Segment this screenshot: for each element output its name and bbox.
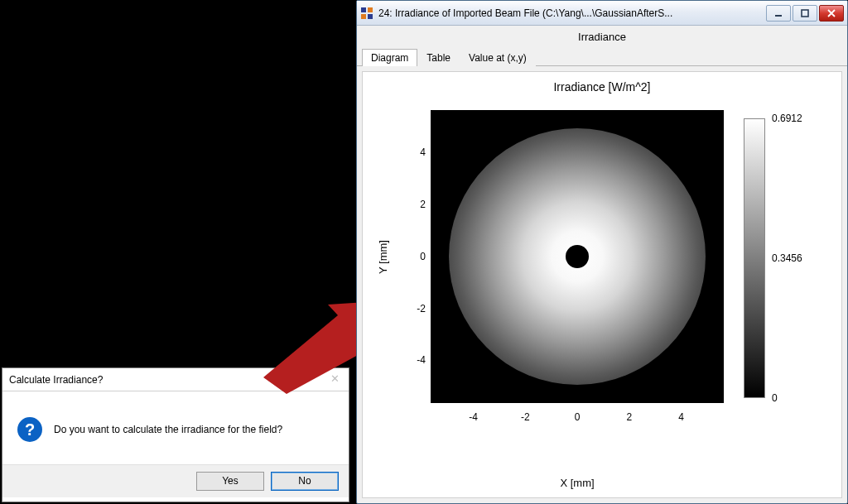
x-tick: -4: [469, 411, 478, 423]
dialog-button-row: Yes No: [2, 464, 349, 497]
app-icon: [360, 7, 373, 20]
x-tick: 4: [678, 411, 684, 423]
dialog-close-icon[interactable]: ✕: [325, 372, 344, 386]
colorbar-ticks: 0.6912 0.3456 0: [772, 118, 830, 398]
tab-value-at-xy[interactable]: Value at (x,y): [460, 49, 536, 66]
maximize-button[interactable]: [793, 5, 817, 22]
svg-rect-4: [368, 14, 373, 19]
dialog-body: ? Do you want to calculate the irradianc…: [2, 391, 349, 464]
svg-rect-3: [361, 14, 366, 19]
x-axis-label: X [mm]: [431, 477, 724, 489]
dialog-message: Do you want to calculate the irradiance …: [54, 424, 282, 435]
y-ticks: -4 -2 0 2 4: [401, 110, 429, 403]
window-title: 24: Irradiance of Imported Beam File (C:…: [378, 7, 759, 19]
svg-rect-6: [802, 10, 808, 17]
dialog-titlebar[interactable]: Calculate Irradiance? ✕: [2, 368, 349, 391]
tab-diagram[interactable]: Diagram: [362, 49, 417, 66]
svg-rect-2: [368, 7, 373, 12]
close-button[interactable]: [819, 5, 844, 22]
colorbar-tick: 0.3456: [772, 252, 802, 264]
colorbar[interactable]: [744, 118, 765, 398]
y-tick: 2: [420, 199, 426, 210]
dialog-title: Calculate Irradiance?: [9, 374, 103, 386]
minimize-button[interactable]: [766, 5, 791, 22]
x-tick: 0: [575, 411, 581, 423]
x-tick: 2: [626, 411, 632, 423]
window-titlebar[interactable]: 24: Irradiance of Imported Beam File (C:…: [357, 1, 847, 26]
document-title: Irradiance: [357, 26, 847, 46]
svg-rect-1: [361, 7, 366, 12]
y-tick: 0: [420, 251, 426, 262]
yes-button[interactable]: Yes: [196, 472, 264, 491]
tab-table[interactable]: Table: [417, 49, 460, 66]
y-tick: -4: [417, 354, 426, 366]
x-ticks: -4 -2 0 2 4: [431, 406, 724, 431]
irradiance-window: 24: Irradiance of Imported Beam File (C:…: [356, 0, 848, 504]
y-tick: -2: [417, 303, 426, 314]
heatmap-axes[interactable]: [431, 110, 724, 403]
tab-bar: Diagram Table Value at (x,y): [357, 46, 847, 66]
colorbar-tick: 0: [772, 392, 778, 404]
chart-title: Irradiance [W/m^2]: [363, 80, 841, 94]
beam-obscuration: [566, 245, 589, 268]
svg-rect-5: [775, 15, 782, 17]
calculate-irradiance-dialog: Calculate Irradiance? ✕ ? Do you want to…: [2, 367, 349, 502]
x-tick: -2: [521, 411, 530, 423]
plot-area: Irradiance [W/m^2] Y [mm] X [mm] -4 -2 0…: [362, 71, 842, 498]
question-icon: ?: [17, 417, 42, 442]
no-button[interactable]: No: [271, 472, 339, 491]
y-tick: 4: [420, 146, 426, 158]
colorbar-tick: 0.6912: [772, 113, 802, 124]
y-axis-label: Y [mm]: [374, 110, 391, 403]
